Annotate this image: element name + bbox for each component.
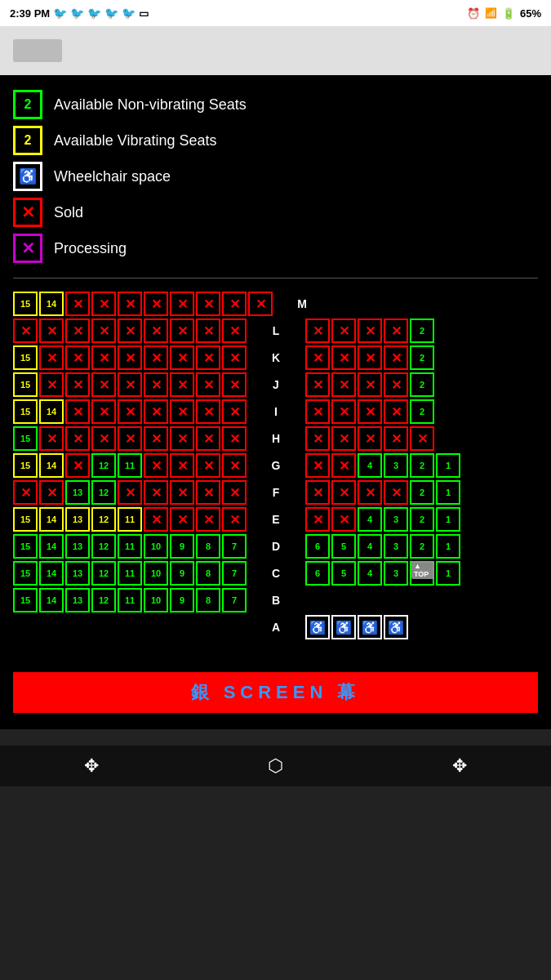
seat-C-9[interactable]: 9 (170, 561, 194, 586)
seat-E-r2[interactable]: ✕ (331, 507, 356, 532)
seat-J-x8[interactable]: ✕ (222, 372, 247, 397)
seat-K-x7[interactable]: ✕ (196, 345, 220, 370)
seat-H-r5[interactable]: ✕ (410, 426, 434, 451)
seat-E-1[interactable]: 1 (436, 507, 460, 532)
seat-K-r1[interactable]: ✕ (305, 345, 330, 370)
seat-H-x4[interactable]: ✕ (118, 426, 142, 451)
seat-F-12[interactable]: 12 (91, 480, 116, 505)
seat-C-3[interactable]: 3 (384, 561, 408, 586)
seat-J-x6[interactable]: ✕ (170, 372, 194, 397)
seat-G-x4[interactable]: ✕ (196, 453, 220, 478)
seat-B-13[interactable]: 13 (65, 588, 90, 612)
seat-B-8[interactable]: 8 (196, 588, 220, 612)
seat-J-r3[interactable]: ✕ (358, 372, 382, 397)
seat-I-15[interactable]: 15 (13, 399, 38, 424)
seat-C-6[interactable]: 6 (305, 561, 330, 586)
seat-L-x5[interactable]: ✕ (118, 318, 142, 343)
seat-G-x5[interactable]: ✕ (222, 453, 247, 478)
seat-I-14[interactable]: 14 (39, 399, 64, 424)
seat-E-11[interactable]: 11 (118, 507, 142, 532)
seat-E-x2[interactable]: ✕ (170, 507, 194, 532)
seat-C-10[interactable]: 10 (144, 561, 168, 586)
seat-H-r2[interactable]: ✕ (331, 426, 356, 451)
seat-D-15[interactable]: 15 (13, 534, 38, 559)
seat-C-11[interactable]: 11 (118, 561, 142, 586)
seat-J-15[interactable]: 15 (13, 372, 38, 397)
seat-G-1[interactable]: 1 (436, 453, 460, 478)
seat-J-r4[interactable]: ✕ (384, 372, 408, 397)
seat-F-r1[interactable]: ✕ (305, 480, 330, 505)
seat-D-3[interactable]: 3 (384, 534, 408, 559)
seat-G-x3[interactable]: ✕ (170, 453, 194, 478)
seat-C-12[interactable]: 12 (91, 561, 116, 586)
seat-F-r3[interactable]: ✕ (358, 480, 382, 505)
seat-E-x1[interactable]: ✕ (144, 507, 168, 532)
seat-H-r4[interactable]: ✕ (384, 426, 408, 451)
seat-L-x6[interactable]: ✕ (144, 318, 168, 343)
seat-I-r3[interactable]: ✕ (358, 399, 382, 424)
seat-M-x6[interactable]: ✕ (196, 292, 220, 316)
seat-M-x5[interactable]: ✕ (170, 292, 194, 316)
seat-L-r1[interactable]: ✕ (305, 318, 330, 343)
seat-I-x6[interactable]: ✕ (196, 399, 220, 424)
seat-I-x5[interactable]: ✕ (170, 399, 194, 424)
seat-L-x3[interactable]: ✕ (65, 318, 90, 343)
seat-M-x1[interactable]: ✕ (65, 292, 90, 316)
seat-C-4[interactable]: 4 (358, 561, 382, 586)
seat-L-x4[interactable]: ✕ (91, 318, 116, 343)
seat-L-x7[interactable]: ✕ (170, 318, 194, 343)
seat-C-1[interactable]: 1 (436, 561, 460, 586)
nav-home-icon[interactable]: ⬡ (268, 755, 283, 777)
seat-D-10[interactable]: 10 (144, 534, 168, 559)
seat-G-12[interactable]: 12 (91, 453, 116, 478)
seat-F-x2[interactable]: ✕ (39, 480, 64, 505)
seat-H-x3[interactable]: ✕ (91, 426, 116, 451)
seat-D-9[interactable]: 9 (170, 534, 194, 559)
seat-C-5[interactable]: 5 (331, 561, 356, 586)
seat-J-x4[interactable]: ✕ (118, 372, 142, 397)
seat-F-x3[interactable]: ✕ (118, 480, 142, 505)
seat-D-11[interactable]: 11 (118, 534, 142, 559)
seat-F-2[interactable]: 2 (410, 480, 434, 505)
seat-K-x1[interactable]: ✕ (39, 345, 64, 370)
seat-I-x4[interactable]: ✕ (144, 399, 168, 424)
seat-F-r4[interactable]: ✕ (384, 480, 408, 505)
seat-H-r1[interactable]: ✕ (305, 426, 330, 451)
seat-B-15[interactable]: 15 (13, 588, 38, 612)
seat-E-13[interactable]: 13 (65, 507, 90, 532)
seat-E-3[interactable]: 3 (384, 507, 408, 532)
seat-G-r2[interactable]: ✕ (331, 453, 356, 478)
seat-D-12[interactable]: 12 (91, 534, 116, 559)
seat-A-wc4[interactable]: ♿ (384, 615, 408, 639)
seat-M-15[interactable]: 15 (13, 292, 38, 316)
seat-F-x1[interactable]: ✕ (13, 480, 38, 505)
seat-K-x8[interactable]: ✕ (222, 345, 247, 370)
seat-E-x3[interactable]: ✕ (196, 507, 220, 532)
seat-B-9[interactable]: 9 (170, 588, 194, 612)
seat-G-4[interactable]: 4 (358, 453, 382, 478)
seat-J-x5[interactable]: ✕ (144, 372, 168, 397)
seat-I-x7[interactable]: ✕ (222, 399, 247, 424)
seat-H-x6[interactable]: ✕ (170, 426, 194, 451)
seat-G-11[interactable]: 11 (118, 453, 142, 478)
nav-menu-icon[interactable]: ✥ (452, 755, 467, 777)
seat-K-x4[interactable]: ✕ (118, 345, 142, 370)
seat-E-4[interactable]: 4 (358, 507, 382, 532)
seat-K-x6[interactable]: ✕ (170, 345, 194, 370)
seat-D-14[interactable]: 14 (39, 534, 64, 559)
seat-H-x7[interactable]: ✕ (196, 426, 220, 451)
seat-G-2[interactable]: 2 (410, 453, 434, 478)
seat-E-14[interactable]: 14 (39, 507, 64, 532)
seat-A-wc1[interactable]: ♿ (305, 615, 330, 639)
seat-H-x5[interactable]: ✕ (144, 426, 168, 451)
seat-L-r3[interactable]: ✕ (358, 318, 382, 343)
seat-K-r4[interactable]: ✕ (384, 345, 408, 370)
seat-F-x5[interactable]: ✕ (170, 480, 194, 505)
seat-A-wc3[interactable]: ♿ (358, 615, 382, 639)
seat-K-x2[interactable]: ✕ (65, 345, 90, 370)
seat-D-4[interactable]: 4 (358, 534, 382, 559)
seat-G-x1[interactable]: ✕ (65, 453, 90, 478)
seat-H-x2[interactable]: ✕ (65, 426, 90, 451)
seat-C-13[interactable]: 13 (65, 561, 90, 586)
seat-J-x1[interactable]: ✕ (39, 372, 64, 397)
